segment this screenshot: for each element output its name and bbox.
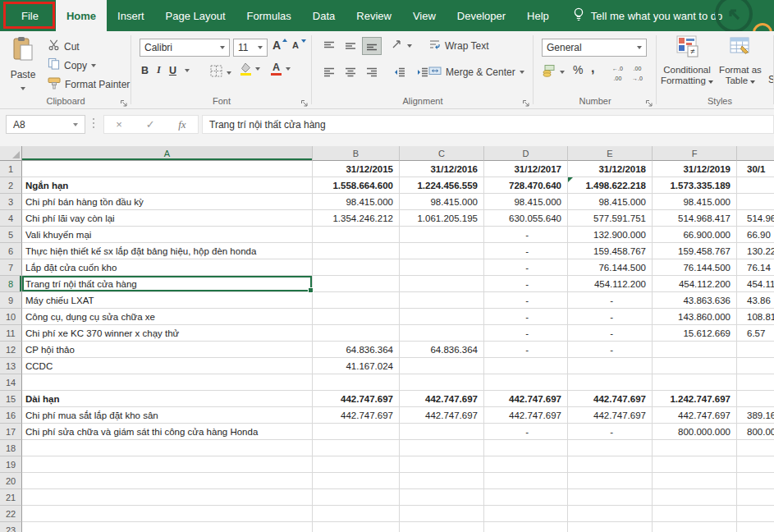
- cell-B12[interactable]: 64.836.364: [313, 342, 400, 358]
- format-painter-button[interactable]: Format Painter: [48, 76, 130, 93]
- format-as-table-button[interactable]: Format as Table: [716, 35, 765, 86]
- select-all-corner[interactable]: [0, 146, 22, 161]
- paste-button[interactable]: Paste: [5, 36, 41, 90]
- font-dialog-launcher[interactable]: [300, 96, 309, 104]
- cell-A13[interactable]: CCDC: [22, 358, 313, 374]
- cell-C2[interactable]: 1.224.456.559: [400, 177, 484, 194]
- align-bottom-button[interactable]: [363, 38, 381, 54]
- row-header-18[interactable]: 18: [0, 440, 22, 456]
- alignment-dialog-launcher[interactable]: [522, 96, 530, 104]
- row-header-21[interactable]: 21: [0, 489, 22, 506]
- cell-A11[interactable]: Chi phí xe KC 370 winner x chạy thử: [22, 325, 313, 342]
- cell-B1[interactable]: 31/12/2015: [313, 161, 400, 177]
- cell-C13[interactable]: [400, 358, 484, 374]
- cell-D18[interactable]: [484, 440, 568, 456]
- cell-C14[interactable]: [400, 374, 484, 391]
- cell-A15[interactable]: Dài hạn: [22, 391, 313, 407]
- decrease-font-size-button[interactable]: A: [292, 40, 308, 50]
- cell-C12[interactable]: 64.836.364: [400, 342, 484, 358]
- cell-F4[interactable]: 514.968.417: [653, 210, 737, 227]
- tab-formulas[interactable]: Formulas: [236, 0, 302, 31]
- row-header-14[interactable]: 14: [0, 374, 22, 391]
- cell-E20[interactable]: [568, 473, 653, 489]
- clipboard-dialog-launcher[interactable]: [120, 96, 128, 104]
- cell-D20[interactable]: [484, 473, 568, 489]
- cell-F22[interactable]: [653, 506, 737, 522]
- conditional-formatting-button[interactable]: ≠ Conditional Formatting: [660, 35, 714, 86]
- cell-D3[interactable]: 98.415.000: [484, 194, 568, 210]
- cell-F14[interactable]: [653, 374, 737, 391]
- cell-F23[interactable]: [653, 522, 737, 532]
- cell-C9[interactable]: [400, 292, 484, 309]
- cell-B17[interactable]: [313, 424, 400, 440]
- row-header-1[interactable]: 1: [0, 161, 22, 177]
- tell-me-box[interactable]: Tell me what you want to do: [573, 0, 722, 31]
- tab-help[interactable]: Help: [516, 0, 560, 31]
- row-header-8[interactable]: 8: [0, 276, 22, 292]
- cell-G16[interactable]: 389.16: [737, 407, 774, 424]
- row-header-19[interactable]: 19: [0, 456, 22, 473]
- cell-A5[interactable]: Vali khuyến mại: [22, 227, 313, 243]
- cell-E9[interactable]: -: [568, 292, 653, 309]
- cell-A21[interactable]: [22, 489, 313, 506]
- cell-E15[interactable]: 442.747.697: [568, 391, 653, 407]
- cell-G4[interactable]: 514.96: [737, 210, 774, 227]
- cell-C15[interactable]: 442.747.697: [400, 391, 484, 407]
- cell-B3[interactable]: 98.415.000: [313, 194, 400, 210]
- cell-A18[interactable]: [22, 440, 313, 456]
- cell-F15[interactable]: 1.242.747.697: [653, 391, 737, 407]
- cell-G1[interactable]: 30/1: [737, 161, 774, 177]
- cell-E17[interactable]: -: [568, 424, 653, 440]
- align-top-button[interactable]: [320, 38, 338, 54]
- row-header-13[interactable]: 13: [0, 358, 22, 374]
- font-name-select[interactable]: Calibri: [140, 39, 230, 57]
- enter-icon[interactable]: ✓: [146, 118, 155, 131]
- cell-G11[interactable]: 6.57: [737, 325, 774, 342]
- decrease-indent-button[interactable]: [391, 64, 409, 80]
- merge-center-button[interactable]: Merge & Center: [428, 65, 524, 80]
- cell-A23[interactable]: [22, 522, 313, 532]
- cell-D16[interactable]: 442.747.697: [484, 407, 568, 424]
- cell-B23[interactable]: [313, 522, 400, 532]
- col-header-G[interactable]: [737, 146, 774, 161]
- cell-C1[interactable]: 31/12/2016: [400, 161, 484, 177]
- cell-E18[interactable]: [568, 440, 653, 456]
- fill-color-button[interactable]: [240, 62, 260, 76]
- cell-D14[interactable]: [484, 374, 568, 391]
- cell-B9[interactable]: [313, 292, 400, 309]
- cell-D4[interactable]: 630.055.640: [484, 210, 568, 227]
- cell-A14[interactable]: [22, 374, 313, 391]
- cell-A8[interactable]: Trang trí nội thất cửa hàng: [22, 276, 313, 292]
- decrease-decimal-button[interactable]: .00→.0: [632, 66, 643, 81]
- cell-F10[interactable]: 143.860.000: [653, 309, 737, 325]
- name-box[interactable]: A8: [6, 115, 85, 134]
- cell-F20[interactable]: [653, 473, 737, 489]
- cell-B15[interactable]: 442.747.697: [313, 391, 400, 407]
- orientation-button[interactable]: [391, 38, 412, 53]
- row-header-6[interactable]: 6: [0, 243, 22, 259]
- cell-F7[interactable]: 76.144.500: [653, 259, 737, 276]
- cell-A10[interactable]: Công cụ, dụng cụ sửa chữa xe: [22, 309, 313, 325]
- cell-A19[interactable]: [22, 456, 313, 473]
- cell-B22[interactable]: [313, 506, 400, 522]
- paste-dropdown[interactable]: [21, 87, 25, 90]
- col-header-A[interactable]: A: [22, 146, 313, 161]
- cell-F9[interactable]: 43.863.636: [653, 292, 737, 309]
- cell-G9[interactable]: 43.86: [737, 292, 774, 309]
- cell-A17[interactable]: Chi phí sửa chữa và giám sát thi công cử…: [22, 424, 313, 440]
- percent-style-button[interactable]: %: [573, 63, 583, 76]
- cell-G14[interactable]: [737, 374, 774, 391]
- cell-E7[interactable]: 76.144.500: [568, 259, 653, 276]
- cell-B16[interactable]: 442.747.697: [313, 407, 400, 424]
- cell-B8[interactable]: [313, 276, 400, 292]
- cell-D1[interactable]: 31/12/2017: [484, 161, 568, 177]
- cell-G19[interactable]: [737, 456, 774, 473]
- cell-D19[interactable]: [484, 456, 568, 473]
- number-dialog-launcher[interactable]: [645, 96, 653, 104]
- cell-A20[interactable]: [22, 473, 313, 489]
- row-header-22[interactable]: 22: [0, 506, 22, 522]
- cell-B20[interactable]: [313, 473, 400, 489]
- cell-D13[interactable]: [484, 358, 568, 374]
- cell-A1[interactable]: [22, 161, 313, 177]
- cell-F12[interactable]: [653, 342, 737, 358]
